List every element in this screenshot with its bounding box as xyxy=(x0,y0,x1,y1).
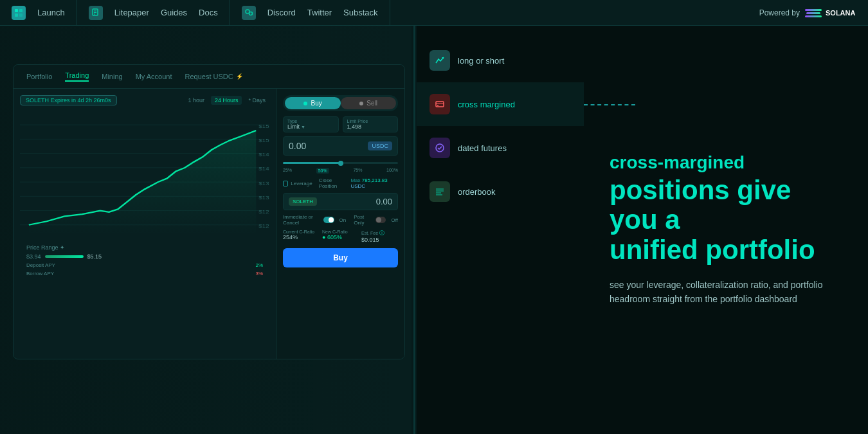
time-buttons: 1 hour 24 Hours * Days xyxy=(184,96,269,105)
docs-icon xyxy=(89,6,103,20)
nav-twitter-link[interactable]: Twitter xyxy=(307,8,332,17)
feature-cross-margined[interactable]: cross margined xyxy=(417,82,584,126)
pct-50[interactable]: 50% xyxy=(316,168,329,174)
nav-substack-link[interactable]: Substack xyxy=(343,8,377,17)
orderbook-label: orderbook xyxy=(458,187,496,197)
nav-community-section: Discord Twitter Substack xyxy=(230,0,390,25)
post-only-toggle[interactable] xyxy=(375,217,386,223)
hero-heading: cross-margined positions give you a unif… xyxy=(610,153,842,277)
size-input[interactable]: SOLETH 0.00 xyxy=(283,193,398,210)
sell-label: Sell xyxy=(366,100,377,107)
buy-sell-toggle[interactable]: Buy Sell xyxy=(283,95,398,111)
feature-orderbook[interactable]: orderbook xyxy=(417,170,584,213)
svg-rect-32 xyxy=(436,102,444,107)
borrow-apy-row: Borrow APY 3% xyxy=(26,271,263,276)
soleth-badge: SOLETH xyxy=(289,197,317,206)
pct-100[interactable]: 100% xyxy=(386,168,398,174)
borrow-apy-val: 3% xyxy=(255,271,263,276)
nav-launch-section: Launch xyxy=(0,0,77,25)
post-only-label: Post Only xyxy=(354,214,370,226)
tab-request-usdc[interactable]: Request USDC ⚡ xyxy=(185,73,243,80)
leverage-checkbox[interactable] xyxy=(283,181,288,186)
long-short-icon-wrap xyxy=(429,50,450,71)
size-val: 0.00 xyxy=(321,197,392,206)
price-badge: SOLETH Expires in 4d 2h 26m0s xyxy=(20,95,117,105)
hero-line3: unified portfolio xyxy=(610,235,815,265)
long-short-icon xyxy=(435,55,445,66)
post-only-off-label: Off xyxy=(391,217,398,223)
powered-by-text: Powered by xyxy=(759,8,800,17)
nav-launch-link[interactable]: Launch xyxy=(37,8,65,17)
pct-25[interactable]: 25% xyxy=(283,168,292,174)
navigation: Launch Litepaper Guides Docs Discord Twi… xyxy=(0,0,868,26)
feature-dated-futures[interactable]: dated futures xyxy=(417,126,584,170)
dated-futures-icon-wrap xyxy=(429,138,450,158)
svg-rect-1 xyxy=(19,9,23,12)
tab-trading[interactable]: Trading xyxy=(65,71,89,82)
main-content: Portfolio Trading Mining My Account Requ… xyxy=(0,26,868,434)
buy-toggle[interactable]: Buy xyxy=(285,97,341,109)
svg-rect-11 xyxy=(806,12,820,14)
ioc-label: Immediate or Cancel xyxy=(283,214,318,226)
vertical-separator xyxy=(411,26,417,434)
launch-icon xyxy=(12,6,26,20)
svg-text:$15,500: $15,500 xyxy=(258,123,269,129)
svg-text:$14,500: $14,500 xyxy=(258,152,269,158)
sell-toggle[interactable]: Sell xyxy=(341,97,397,109)
chart-container: $15,500 $15,000 $14,500 $14,000 $13,500 … xyxy=(20,111,269,242)
svg-text:$12,500: $12,500 xyxy=(258,209,269,215)
ioc-row: Immediate or Cancel On Post Only Off xyxy=(283,214,398,226)
hero-description: see your leverage, collateralization rat… xyxy=(610,278,842,307)
pct-75[interactable]: 75% xyxy=(353,168,362,174)
slider-fill xyxy=(283,162,341,164)
tab-my-account[interactable]: My Account xyxy=(136,73,172,80)
feature-long-short[interactable]: long or short xyxy=(417,39,584,82)
solana-logo: SOLANA xyxy=(805,8,856,18)
svg-text:$13,500: $13,500 xyxy=(258,180,269,186)
nav-guides-link[interactable]: Guides xyxy=(161,8,187,17)
apy-row: Deposit APY 2% xyxy=(26,262,263,268)
time-1h[interactable]: 1 hour xyxy=(184,96,208,105)
close-pos-label: Close Position xyxy=(319,177,348,189)
fee-info-icon: ⓘ xyxy=(379,230,384,237)
nav-docs-link[interactable]: Docs xyxy=(199,8,218,17)
limit-price-field[interactable]: Limit Price 1,498 xyxy=(343,116,399,132)
max-currency: USDC xyxy=(350,183,365,189)
buy-button[interactable]: Buy xyxy=(283,248,398,267)
borrow-apy-label: Borrow APY xyxy=(26,271,54,276)
hero-line2: positions give you a xyxy=(610,175,791,235)
buy-label: Buy xyxy=(311,100,322,107)
app-mockup: Portfolio Trading Mining My Account Requ… xyxy=(13,64,405,359)
nav-discord-link[interactable]: Discord xyxy=(267,8,296,17)
est-fee-col: Est. Fee ⓘ $0.015 xyxy=(361,230,398,243)
amount-val: 0.00 xyxy=(289,141,368,151)
ioc-toggle[interactable] xyxy=(323,217,334,223)
amount-input[interactable]: 0.00 USDC xyxy=(283,136,398,156)
slider-thumb[interactable] xyxy=(338,161,343,166)
dated-futures-label: dated futures xyxy=(458,143,507,153)
amount-slider[interactable]: 25% 50% 75% 100% xyxy=(283,159,398,174)
orderbook-icon-wrap xyxy=(429,181,450,202)
dashed-connector xyxy=(584,104,635,105)
max-amount: 785,213.83 xyxy=(362,177,388,183)
tab-portfolio[interactable]: Portfolio xyxy=(26,73,52,80)
hero-content: cross-margined positions give you a unif… xyxy=(584,26,868,434)
type-val: Limit xyxy=(287,123,300,130)
type-field[interactable]: Type Limit ▼ xyxy=(283,116,339,132)
chart-area: SOLETH Expires in 4d 2h 26m0s 1 hour 24 … xyxy=(14,89,276,359)
nav-litepaper-link[interactable]: Litepaper xyxy=(114,8,149,17)
time-days[interactable]: * Days xyxy=(244,96,269,105)
time-24h[interactable]: 24 Hours xyxy=(211,96,242,105)
limit-price-val: 1,498 xyxy=(347,123,394,130)
tab-mining[interactable]: Mining xyxy=(102,73,122,80)
buy-dot xyxy=(303,102,307,105)
svg-rect-12 xyxy=(805,15,822,17)
svg-text:SOLANA: SOLANA xyxy=(826,9,856,17)
svg-text:$12,000: $12,000 xyxy=(258,223,269,229)
ioc-on-label: On xyxy=(339,217,347,223)
nav-solana-section: Powered by SOLANA xyxy=(748,0,868,25)
features-panel: long or short cross margined xyxy=(417,26,868,434)
current-cratio-label: Current C-Ratio xyxy=(283,230,320,234)
price-low: $3.94 xyxy=(26,253,41,260)
max-val: Max 785,213.83 USDC xyxy=(350,177,398,189)
